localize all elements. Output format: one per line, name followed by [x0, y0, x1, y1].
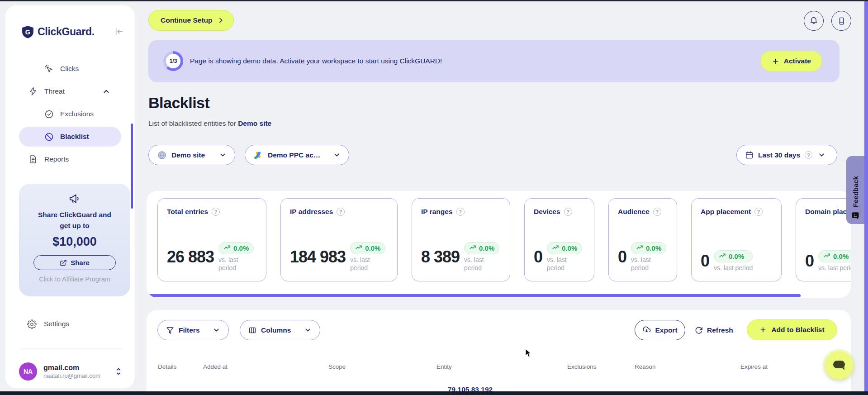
sidebar-item-threat[interactable]: Threat: [19, 81, 121, 101]
stat-label: Total entries: [167, 208, 208, 216]
lightning-icon: [28, 87, 38, 96]
sidebar-item-clicks[interactable]: Clicks: [19, 59, 121, 79]
account-email: naatali.ro@gmail.com: [43, 372, 115, 379]
sidebar-nav: Clicks Threat Exclusions Blacklist: [5, 56, 135, 172]
columns-label: Columns: [261, 326, 291, 334]
column-header-entity: Entity: [436, 363, 567, 370]
sidebar-item-label: Clicks: [60, 65, 79, 73]
stat-vs-label: vs. last period: [714, 264, 753, 272]
setup-progress-label: 1/3: [166, 54, 180, 68]
share-button[interactable]: Share: [33, 255, 116, 270]
chevron-up-icon[interactable]: [102, 87, 110, 95]
stat-vs-label: vs. last period: [350, 256, 378, 272]
export-label: Export: [655, 326, 677, 334]
stat-label: Audience: [618, 208, 650, 216]
ppc-account-selector[interactable]: Demo PPC ac…: [245, 145, 349, 165]
trending-up-icon: [719, 252, 726, 260]
chevron-down-icon: [304, 326, 312, 334]
cloud-download-icon: [642, 326, 651, 334]
sidebar-item-exclusions[interactable]: Exclusions: [19, 104, 121, 124]
trending-up-icon: [823, 252, 830, 260]
help-icon[interactable]: [456, 208, 465, 216]
stat-delta: 0.0%: [479, 244, 494, 252]
promo-caption: Click to Affiliate Program: [19, 276, 130, 283]
help-icon[interactable]: [337, 208, 345, 216]
stat-card-ip-ranges: IP ranges 8 389 0.0% vs. last period: [412, 198, 510, 281]
columns-icon: [248, 326, 256, 334]
stat-vs-label: vs. last period: [218, 256, 247, 272]
window-top-edge: [0, 0, 868, 1]
docs-button[interactable]: [831, 11, 851, 31]
add-to-blacklist-button[interactable]: Add to Blacklist: [747, 319, 837, 340]
filters-label: Filters: [179, 326, 200, 334]
continue-setup-button[interactable]: Continue Setup: [148, 10, 234, 31]
help-icon[interactable]: [805, 151, 812, 159]
sidebar-collapse-icon[interactable]: [114, 27, 124, 37]
stat-value: 0: [701, 252, 709, 271]
refresh-button[interactable]: Refresh: [695, 320, 733, 340]
chat-widget-button[interactable]: [825, 351, 853, 379]
stat-vs-label: vs. last period: [631, 256, 659, 272]
stat-value: 184 983: [290, 247, 346, 267]
add-to-blacklist-label: Add to Blacklist: [771, 326, 824, 334]
stat-label: Domain placement: [805, 208, 851, 216]
feedback-tab[interactable]: Feedback: [846, 156, 864, 224]
stat-vs-label: vs. last period: [818, 264, 851, 272]
help-icon[interactable]: [564, 208, 572, 216]
table-header-row: Details Added at Scope Entity Exclusions…: [158, 363, 768, 370]
ppc-account-value: Demo PPC ac…: [268, 151, 320, 159]
help-icon[interactable]: [754, 208, 763, 216]
refresh-label: Refresh: [707, 326, 733, 334]
filter-funnel-icon: [166, 326, 174, 334]
brand-logo: G ClickGuard.: [22, 25, 124, 38]
chevron-down-icon: [818, 151, 825, 159]
stat-card-domain-placement: Domain placement 0 0.0% vs. last period: [796, 198, 851, 281]
help-icon[interactable]: [212, 208, 220, 216]
stat-delta: 0.0%: [833, 252, 849, 260]
blocked-icon: [44, 132, 54, 142]
account-switcher[interactable]: NA gmail.com naatali.ro@gmail.com: [19, 360, 122, 383]
chat-bubble-icon: [832, 358, 846, 372]
stat-value: 0: [805, 252, 814, 271]
stat-label: IP addresses: [290, 208, 333, 216]
site-selector[interactable]: Demo site: [148, 145, 235, 165]
table-toolbar: Filters Columns Export Refresh: [147, 320, 851, 341]
sidebar: G ClickGuard. Clicks Threat: [5, 5, 135, 388]
stat-value: 8 389: [421, 247, 460, 267]
cursor-click-icon: [44, 64, 54, 74]
sidebar-item-reports[interactable]: Reports: [19, 149, 121, 169]
columns-button[interactable]: Columns: [240, 320, 320, 340]
stat-label: Devices: [534, 208, 560, 216]
stat-card-total-entries: Total entries 26 883 0.0% vs. last perio…: [157, 198, 266, 281]
stat-label: App placement: [701, 208, 751, 216]
vertical-scrollbar[interactable]: [864, 0, 868, 395]
megaphone-icon: [19, 193, 130, 205]
filters-button[interactable]: Filters: [157, 320, 229, 340]
help-icon[interactable]: [653, 208, 661, 216]
column-header-reason: Reason: [635, 363, 740, 370]
calendar-icon: [745, 151, 754, 159]
sidebar-divider: [19, 348, 122, 348]
chevron-down-icon: [333, 151, 341, 159]
date-range-selector[interactable]: Last 30 days: [736, 145, 837, 165]
google-ads-icon: [253, 150, 263, 160]
notifications-button[interactable]: [804, 11, 824, 31]
globe-icon: [157, 150, 167, 160]
sidebar-item-blacklist[interactable]: Blacklist: [19, 127, 121, 147]
chevron-right-icon: [217, 17, 224, 24]
continue-setup-label: Continue Setup: [161, 16, 213, 24]
column-header-scope: Scope: [328, 363, 436, 370]
sidebar-item-label: Blacklist: [60, 133, 89, 141]
affiliate-promo-card[interactable]: Share ClickGuard and get up to $10,000 S…: [19, 184, 130, 296]
activate-button[interactable]: Activate: [760, 51, 822, 71]
sidebar-item-label: Threat: [44, 87, 65, 95]
book-icon: [837, 17, 846, 25]
stat-vs-label: vs. last period: [464, 256, 492, 272]
trending-up-icon: [552, 244, 559, 252]
stat-delta: 0.0%: [365, 244, 380, 252]
trending-up-icon: [223, 244, 231, 252]
table-row[interactable]: 79.105.83.192: [448, 385, 493, 392]
export-button[interactable]: Export: [635, 320, 685, 340]
horizontal-scrollbar-thumb[interactable]: [147, 294, 801, 297]
sidebar-item-settings[interactable]: Settings: [27, 314, 69, 334]
